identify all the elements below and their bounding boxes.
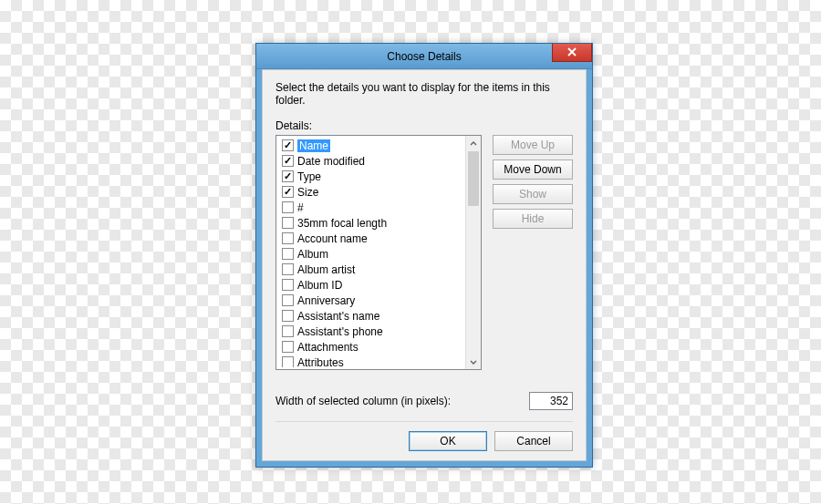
- show-button[interactable]: Show: [493, 184, 573, 204]
- details-listbox[interactable]: NameDate modifiedTypeSize#35mm focal len…: [275, 135, 482, 370]
- choose-details-dialog: Choose Details Select the details you wa…: [255, 43, 593, 468]
- list-item-label: Album ID: [297, 279, 342, 292]
- move-up-button[interactable]: Move Up: [493, 135, 573, 155]
- list-item[interactable]: 35mm focal length: [280, 215, 462, 231]
- width-row: Width of selected column (in pixels):: [275, 392, 573, 410]
- checkbox[interactable]: [282, 341, 294, 353]
- list-item[interactable]: #: [280, 200, 462, 215]
- cancel-button[interactable]: Cancel: [494, 431, 573, 451]
- chevron-up-icon: [470, 138, 477, 150]
- scroll-up-button[interactable]: [466, 136, 481, 151]
- move-down-button[interactable]: Move Down: [493, 159, 573, 180]
- list-item-label: Album: [297, 248, 328, 261]
- details-label: Details:: [275, 119, 573, 132]
- checkbox[interactable]: [282, 279, 294, 291]
- list-item[interactable]: Size: [280, 184, 462, 200]
- list-item[interactable]: Date modified: [280, 153, 462, 169]
- checkbox[interactable]: [282, 263, 294, 275]
- list-item[interactable]: Album artist: [280, 262, 462, 277]
- dialog-title: Choose Details: [387, 50, 461, 63]
- separator: [275, 421, 573, 422]
- list-item-label: Assistant's name: [297, 310, 379, 323]
- list-item-label: 35mm focal length: [297, 217, 387, 230]
- checkbox[interactable]: [282, 139, 294, 151]
- ok-button[interactable]: OK: [409, 431, 487, 451]
- close-button[interactable]: [552, 44, 592, 62]
- close-icon: [567, 46, 577, 59]
- checkbox[interactable]: [282, 294, 294, 306]
- list-item-label: Attachments: [297, 341, 359, 354]
- checkbox[interactable]: [282, 325, 294, 337]
- list-item[interactable]: Album: [280, 246, 462, 262]
- hide-button[interactable]: Hide: [493, 209, 573, 229]
- checkbox[interactable]: [282, 170, 294, 182]
- checkbox[interactable]: [282, 201, 294, 213]
- checkbox[interactable]: [282, 248, 294, 260]
- list-item[interactable]: Attachments: [280, 339, 462, 355]
- list-item-label: Name: [297, 139, 330, 152]
- list-item[interactable]: Attributes: [280, 355, 462, 367]
- instruction-text: Select the details you want to display f…: [275, 81, 573, 107]
- scrollbar[interactable]: [465, 136, 481, 369]
- list-item-label: Size: [297, 186, 318, 199]
- checkbox[interactable]: [282, 155, 294, 167]
- list-item-label: Assistant's phone: [297, 325, 383, 338]
- list-item-label: Album artist: [297, 263, 355, 276]
- side-buttons: Move Up Move Down Show Hide: [493, 135, 573, 370]
- list-item[interactable]: Assistant's phone: [280, 324, 462, 339]
- list-item[interactable]: Name: [280, 138, 462, 153]
- list-item[interactable]: Album ID: [280, 277, 462, 293]
- checkbox[interactable]: [282, 217, 294, 229]
- checkbox[interactable]: [282, 232, 294, 244]
- chevron-down-icon: [470, 355, 477, 368]
- scroll-thumb[interactable]: [468, 151, 479, 206]
- footer-buttons: OK Cancel: [275, 431, 573, 451]
- width-input[interactable]: [529, 392, 573, 410]
- list-item-label: Type: [297, 170, 321, 183]
- scroll-down-button[interactable]: [466, 354, 481, 369]
- list-item-label: Account name: [297, 232, 368, 245]
- list-item-label: Date modified: [297, 155, 365, 168]
- width-label: Width of selected column (in pixels):: [275, 395, 451, 407]
- checkbox[interactable]: [282, 310, 294, 322]
- list-item-label: #: [297, 201, 304, 214]
- checkbox[interactable]: [282, 356, 294, 367]
- list-item[interactable]: Anniversary: [280, 293, 462, 308]
- titlebar[interactable]: Choose Details: [256, 44, 592, 69]
- list-item[interactable]: Type: [280, 169, 462, 184]
- scroll-track[interactable]: [466, 151, 481, 354]
- list-item[interactable]: Assistant's name: [280, 308, 462, 324]
- list-item-label: Attributes: [297, 356, 344, 368]
- list-item-label: Anniversary: [297, 294, 355, 307]
- list-item[interactable]: Account name: [280, 231, 462, 246]
- checkbox[interactable]: [282, 186, 294, 198]
- client-area: Select the details you want to display f…: [262, 69, 587, 461]
